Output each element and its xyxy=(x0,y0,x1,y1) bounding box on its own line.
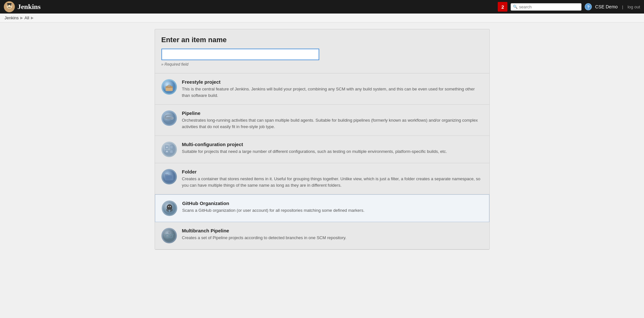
github-org-name: GitHub Organization xyxy=(182,201,483,206)
breadcrumb: Jenkins ▶ All ▶ xyxy=(0,14,644,23)
logout-link[interactable]: log out xyxy=(628,5,640,9)
project-type-folder[interactable]: Folder Creates a container that stores n… xyxy=(155,163,489,194)
breadcrumb-all[interactable]: All xyxy=(24,15,29,20)
svg-point-31 xyxy=(170,206,171,207)
pipeline-desc: Orchestrates long-running activities tha… xyxy=(182,117,483,130)
folder-desc: Creates a container that stores nested i… xyxy=(182,176,483,188)
project-type-freestyle[interactable]: Freestyle project This is the central fe… xyxy=(155,73,489,105)
jenkins-logo-icon xyxy=(4,1,15,12)
header: Jenkins 2 🔍 ? CSE Demo | log out xyxy=(0,0,644,14)
multiconfig-name: Multi-configuration project xyxy=(182,142,483,147)
item-name-section: Enter an item name » Required field xyxy=(155,29,489,73)
logo-area[interactable]: Jenkins xyxy=(4,1,41,12)
jenkins-title: Jenkins xyxy=(17,3,41,11)
project-type-multiconfig[interactable]: Multi-configuration project Suitable for… xyxy=(155,136,489,163)
folder-name: Folder xyxy=(182,169,483,174)
svg-line-37 xyxy=(173,234,174,235)
multiconfig-icon xyxy=(161,142,177,157)
github-org-desc: Scans a GitHub organization (or user acc… xyxy=(182,207,483,214)
multibranch-desc: Creates a set of Pipeline projects accor… xyxy=(182,235,483,241)
svg-rect-5 xyxy=(7,4,7,6)
freestyle-desc: This is the central feature of Jenkins. … xyxy=(182,86,483,98)
search-container: 🔍 xyxy=(511,3,582,11)
svg-rect-17 xyxy=(169,145,173,149)
pipeline-info: Pipeline Orchestrates long-running activ… xyxy=(182,110,483,130)
freestyle-name: Freestyle project xyxy=(182,79,483,85)
freestyle-info: Freestyle project This is the central fe… xyxy=(182,79,483,98)
breadcrumb-arrow-2: ▶ xyxy=(31,16,34,20)
project-type-multibranch[interactable]: Multibranch Pipeline Creates a set of Pi… xyxy=(155,222,489,249)
breadcrumb-arrow-1: ▶ xyxy=(20,16,23,20)
github-org-info: GitHub Organization Scans a GitHub organ… xyxy=(182,201,483,214)
svg-rect-14 xyxy=(166,117,173,119)
user-name: CSE Demo xyxy=(595,4,618,9)
svg-rect-4 xyxy=(7,3,12,5)
svg-point-29 xyxy=(167,205,171,209)
pipeline-name: Pipeline xyxy=(182,110,483,116)
github-org-icon xyxy=(162,201,177,216)
pipeline-icon xyxy=(161,110,177,126)
notification-badge[interactable]: 2 xyxy=(498,2,507,12)
multiconfig-desc: Suitable for projects that need a large … xyxy=(182,148,483,155)
svg-rect-6 xyxy=(11,4,12,6)
project-type-pipeline[interactable]: Pipeline Orchestrates long-running activ… xyxy=(155,105,489,136)
svg-point-30 xyxy=(168,206,169,207)
search-input[interactable] xyxy=(519,5,579,9)
svg-rect-9 xyxy=(166,86,173,88)
folder-info: Folder Creates a container that stores n… xyxy=(182,169,483,188)
multiconfig-info: Multi-configuration project Suitable for… xyxy=(182,142,483,155)
content-box: Enter an item name » Required field xyxy=(155,29,490,250)
svg-point-15 xyxy=(162,143,175,156)
main-content: Enter an item name » Required field xyxy=(0,23,644,256)
freestyle-icon xyxy=(161,79,177,95)
breadcrumb-jenkins[interactable]: Jenkins xyxy=(5,15,19,20)
item-name-input[interactable] xyxy=(161,49,319,60)
svg-line-36 xyxy=(165,234,166,235)
help-icon[interactable]: ? xyxy=(585,3,592,10)
project-types-list: Freestyle project This is the central fe… xyxy=(155,73,489,249)
svg-point-3 xyxy=(10,5,11,6)
svg-point-39 xyxy=(168,232,170,233)
multibranch-name: Multibranch Pipeline xyxy=(182,228,483,233)
required-field-note: » Required field xyxy=(161,62,483,67)
folder-icon xyxy=(161,169,177,184)
svg-point-2 xyxy=(8,5,9,6)
svg-rect-19 xyxy=(169,150,173,153)
search-icon: 🔍 xyxy=(513,5,518,9)
project-type-github-org[interactable]: GitHub Organization Scans a GitHub organ… xyxy=(155,194,489,222)
multibranch-icon xyxy=(161,228,177,243)
multibranch-info: Multibranch Pipeline Creates a set of Pi… xyxy=(182,228,483,241)
item-name-title: Enter an item name xyxy=(161,36,483,44)
